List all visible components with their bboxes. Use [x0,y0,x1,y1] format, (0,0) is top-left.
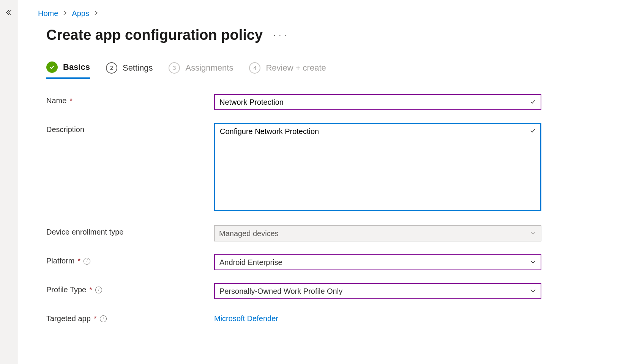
wizard-step-assignments: 3 Assignments [169,62,233,78]
row-platform: Platform * i Android Enterprise [46,254,615,270]
breadcrumb-home[interactable]: Home [38,9,58,18]
row-profile-type: Profile Type * i Personally-Owned Work P… [46,283,615,299]
label-name: Name * [46,94,214,105]
targeted-app-link[interactable]: Microsoft Defender [214,312,278,323]
label-targeted-app: Targeted app * i [46,312,214,323]
main-content: Home Apps Create app configuration polic… [30,0,623,342]
checkmark-icon [46,61,58,73]
required-asterisk: * [69,96,73,105]
label-platform-text: Platform [46,257,74,265]
wizard-step-basics[interactable]: Basics [46,61,90,79]
wizard-steps: Basics 2 Settings 3 Assignments 4 Review… [46,61,615,79]
form-basics: Name * Description Dev [46,94,615,323]
wizard-label-assignments: Assignments [185,63,233,73]
expand-sidebar-icon[interactable] [5,9,12,17]
label-platform: Platform * i [46,254,214,265]
breadcrumb: Home Apps [38,9,615,18]
chevron-right-icon [63,9,67,17]
profile-type-select[interactable]: Personally-Owned Work Profile Only [214,283,541,299]
sidebar-collapsed [0,0,18,364]
label-targeted-text: Targeted app [46,314,91,323]
name-input[interactable] [214,94,541,110]
more-actions-icon[interactable]: · · · [273,30,287,40]
row-name: Name * [46,94,615,110]
label-enrollment: Device enrollment type [46,225,214,236]
label-description: Description [46,123,214,134]
description-textarea[interactable] [214,123,541,211]
row-enrollment: Device enrollment type Managed devices [46,225,615,241]
step-number-badge: 3 [169,62,180,74]
wizard-step-review: 4 Review + create [249,62,326,78]
required-asterisk: * [77,257,80,265]
label-description-text: Description [46,125,84,134]
platform-value: Android Enterprise [219,258,282,267]
wizard-label-settings: Settings [123,63,153,73]
label-name-text: Name [46,96,66,105]
wizard-label-basics: Basics [63,62,90,72]
info-icon[interactable]: i [84,258,90,265]
platform-select[interactable]: Android Enterprise [214,254,541,270]
page-title-row: Create app configuration policy · · · [46,27,615,43]
label-profile-text: Profile Type [46,285,86,294]
label-enrollment-text: Device enrollment type [46,228,123,236]
chevron-right-icon [94,9,98,17]
enrollment-select: Managed devices [214,225,541,241]
required-asterisk: * [89,285,92,294]
profile-value: Personally-Owned Work Profile Only [219,287,342,296]
wizard-step-settings[interactable]: 2 Settings [106,62,153,78]
enrollment-value: Managed devices [219,229,279,238]
breadcrumb-apps[interactable]: Apps [72,9,89,18]
info-icon[interactable]: i [100,315,107,322]
step-number-badge: 2 [106,62,117,74]
info-icon[interactable]: i [95,287,102,293]
step-number-badge: 4 [249,62,260,74]
required-asterisk: * [94,314,97,323]
wizard-label-review: Review + create [266,63,326,73]
row-description: Description [46,123,615,213]
page-title: Create app configuration policy [46,27,263,43]
row-targeted-app: Targeted app * i Microsoft Defender [46,312,615,323]
label-profile-type: Profile Type * i [46,283,214,294]
